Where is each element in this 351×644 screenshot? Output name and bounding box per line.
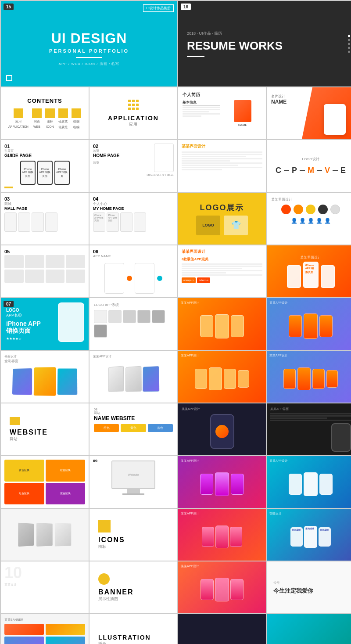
cb-red: 红色区块 bbox=[4, 483, 44, 505]
gradient-phones-group bbox=[269, 463, 351, 505]
phone05-num: 05 bbox=[4, 249, 85, 254]
dot-2 bbox=[348, 39, 350, 41]
blue-phones-1-label: 某某APP设计 bbox=[269, 301, 351, 305]
orange-phones-2-group bbox=[181, 358, 263, 400]
banner-label-cell: BANNER 展示性插图 bbox=[90, 561, 177, 613]
app-teal-phone bbox=[58, 302, 84, 342]
dark-detail-title: 某某APP界面 bbox=[270, 407, 351, 411]
blue-phones-2-group bbox=[269, 358, 351, 400]
orange-phones-3-label: 某某APP设计 bbox=[181, 564, 263, 568]
orange-dot bbox=[127, 276, 132, 281]
blue-phones-cell-2: 某某APP设计 bbox=[267, 351, 351, 403]
pink-phones-cell: 某某APP设计 bbox=[178, 509, 266, 561]
badge-15: 15 bbox=[4, 4, 14, 10]
phone05-cell: 05 bbox=[1, 245, 89, 297]
iso-screens-label: 某某APP设计 bbox=[93, 354, 174, 359]
hero-cell-16: 16 2018 · UI作品 · 简历 RESUME WORKS bbox=[178, 1, 351, 86]
dot-5 bbox=[348, 50, 350, 53]
colorblocks-cell: 黄色区块 橙色区块 红色区块 紫色区块 bbox=[1, 456, 89, 508]
app-teal-cell: 07 LOGO APP名称 iPhone APP销换页面 ★★★★☆ bbox=[1, 298, 89, 350]
cell16-dots bbox=[348, 35, 350, 53]
nw-btn-2: 黄色 bbox=[121, 424, 146, 432]
detail-orange-cell: 某某界面设计 6款最佳APP完美 orangery delectus bbox=[178, 245, 266, 297]
logo-shirt-box: 👕 bbox=[224, 216, 248, 235]
monitor-stand bbox=[127, 489, 140, 493]
screens-iso-group bbox=[4, 363, 85, 399]
myhome-phones: iPhone APP 销换页面 iPhone APP 销换页面 bbox=[93, 212, 174, 232]
gradient-phones-label: 某某APP设计 bbox=[269, 459, 351, 463]
hp-wireframe bbox=[154, 144, 174, 172]
nw-btn-3: 蓝色 bbox=[148, 424, 173, 432]
nw-num: 08 bbox=[94, 408, 173, 411]
empty-10-num: 10 bbox=[4, 565, 85, 581]
detail-cell-1: 某某界面设计 bbox=[178, 140, 266, 192]
guide-label: 引导页 bbox=[4, 149, 32, 153]
guide-phones: iPhone APP 销换页面 iPhone APP 销换页面 iPhone A… bbox=[4, 161, 85, 185]
mall-title: MALL PAGE bbox=[4, 206, 85, 211]
contents-cell: CONTENTS 应用 APPLICATION 网页 WEB 图标 ICON 仙… bbox=[1, 87, 89, 139]
illust-subtitle: 插画 bbox=[98, 641, 168, 644]
dark-app-phone-area bbox=[182, 411, 262, 452]
logo-yellow-cell: LOGO展示 LOGO 👕 bbox=[178, 193, 266, 245]
color-yellow bbox=[306, 205, 315, 214]
teal-phones-group: 查询成绩 查询成绩 查询成绩 bbox=[269, 516, 351, 558]
empty-10-cell: 10 某某设计 bbox=[1, 561, 89, 613]
website-title: WEBSITE bbox=[10, 428, 80, 436]
website-label-cell: WEBSITE 网站 bbox=[1, 403, 89, 455]
orange-phones-1-label: 某某APP设计 bbox=[181, 301, 263, 305]
cell16-line bbox=[187, 56, 204, 57]
myhome-cell: 04 个人中心 MY HOME PAGE iPhone APP 销换页面 iPh… bbox=[90, 193, 177, 245]
orange-phones-cell-1: 某某APP设计 bbox=[178, 298, 266, 350]
cpmve-label: LOGO设计 bbox=[302, 157, 319, 162]
mall-cell: 03 商城 MALL PAGE bbox=[1, 193, 89, 245]
contents-icon-2: 网页 WEB bbox=[32, 108, 42, 130]
cell15-title: UI DESIGN bbox=[51, 30, 127, 47]
website-icon bbox=[10, 417, 20, 425]
namecard-phone-mock bbox=[324, 104, 346, 135]
guide-phone-3: iPhone APP 销换页 bbox=[54, 161, 70, 185]
hp-num: 02 bbox=[93, 144, 119, 149]
pink-phones-label: 某某APP设计 bbox=[181, 511, 263, 516]
screens-label: 界面设计 bbox=[4, 354, 85, 359]
dg7 bbox=[128, 108, 131, 110]
myhome-title: MY HOME PAGE bbox=[93, 206, 174, 211]
dot-3 bbox=[348, 43, 350, 45]
resume-cell: 个人简历 基本信息 NAME bbox=[178, 87, 266, 139]
hero-cell-15: 15 UI设计作品集册 UI DESIGN PERSONAL PORTFOLIO… bbox=[1, 1, 177, 86]
iphone-orange-label: 某某界面设计 bbox=[300, 255, 321, 260]
purple-phones-cell: 某某APP设计 bbox=[178, 456, 266, 508]
cb-orange: 橙色区块 bbox=[46, 460, 86, 482]
resume-col-right: NAME bbox=[224, 100, 261, 126]
myhome-label: 个人中心 bbox=[93, 201, 174, 206]
guide-yellow-box bbox=[4, 187, 13, 188]
mall-label: 商城 bbox=[4, 201, 85, 206]
iso-screens-group bbox=[93, 359, 174, 399]
iso-screens-blue-cell: 某某APP设计 bbox=[90, 351, 177, 403]
cb-yellow: 黄色区块 bbox=[4, 460, 44, 482]
palette-icons-row: 👤 👤 👤 👤 👤 bbox=[271, 218, 350, 224]
guide-phone-1: iPhone APP 销换页面 bbox=[20, 161, 36, 185]
contents-icon-1: 应用 APPLICATION bbox=[8, 108, 29, 130]
guide-title: GUIDE PAGE bbox=[4, 153, 32, 158]
nw-buttons: 橙色 黄色 蓝色 bbox=[94, 424, 173, 432]
detail-orange-title: 某某界面设计 bbox=[182, 249, 262, 255]
blue-phones-2-label: 某某APP设计 bbox=[269, 353, 351, 358]
purple-phones-group bbox=[181, 463, 263, 505]
orange-phones-cell-2: 某某APP设计 bbox=[178, 351, 266, 403]
dg5 bbox=[132, 104, 135, 106]
namecard-cell: 名片设计 NAME bbox=[267, 87, 351, 139]
cell15-square-icon bbox=[6, 75, 12, 81]
orange-phones-2-label: 某某APP设计 bbox=[181, 353, 263, 358]
hp-label: 首页 bbox=[93, 149, 119, 153]
mockup-stack bbox=[18, 523, 72, 546]
icons-subtitle: 图标 bbox=[98, 544, 168, 550]
dg6 bbox=[136, 104, 139, 106]
cell15-tag: UI设计作品集册 bbox=[143, 4, 174, 12]
teal-dot bbox=[157, 276, 162, 281]
contents-icons-row: 应用 APPLICATION 网页 WEB 图标 ICON 仙展览 仙展览 临编 bbox=[8, 108, 81, 130]
logo-specs-cell: LOGO APP系统 bbox=[90, 298, 177, 350]
app-title: iPhone APP销换页面 bbox=[6, 320, 41, 335]
icons-title: ICONS bbox=[98, 536, 168, 544]
application-cell: APPLICATION 应用 bbox=[90, 87, 177, 139]
banner-show-label: 某某BANNER bbox=[4, 618, 85, 622]
